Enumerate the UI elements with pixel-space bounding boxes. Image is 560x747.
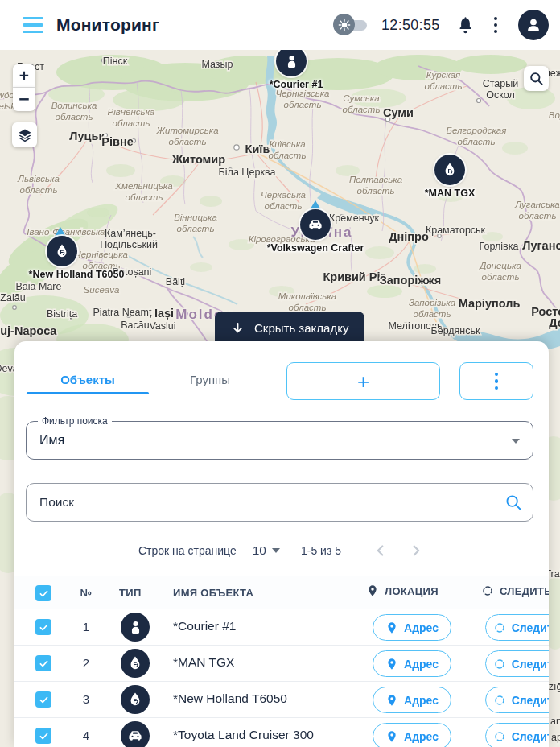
chevron-down-icon: [512, 439, 520, 444]
row-object-name: *Courier #1: [173, 619, 236, 634]
follow-button[interactable]: Следить: [485, 614, 549, 641]
svg-text:Кременчук: Кременчук: [329, 213, 379, 224]
svg-text:Рівненська: Рівненська: [108, 107, 155, 117]
svg-text:область: область: [425, 81, 463, 91]
svg-text:Сумська: Сумська: [343, 93, 379, 103]
pagination: Строк на странице 10 1-5 из 5: [14, 537, 549, 564]
panel-more-button[interactable]: [459, 362, 533, 400]
crosshair-icon: [493, 730, 506, 743]
svg-text:Zalău: Zalău: [0, 292, 25, 303]
svg-text:область: область: [519, 211, 557, 221]
search-icon[interactable]: [504, 493, 522, 511]
active-tab-underline: [27, 392, 149, 394]
row-number: 4: [74, 728, 98, 742]
svg-text:zığ: zığ: [549, 681, 560, 692]
follow-button[interactable]: Следить: [485, 650, 549, 677]
theme-toggle[interactable]: [333, 14, 369, 36]
svg-text:область: область: [56, 112, 93, 122]
location-pin-icon: [385, 694, 398, 707]
follow-button[interactable]: Следить: [485, 723, 549, 747]
chevron-down-icon: [272, 548, 280, 553]
row-object-name: *Toyota Land Cruiser 300: [173, 728, 314, 742]
address-button[interactable]: Адрес: [373, 723, 451, 747]
address-button[interactable]: Адрес: [373, 687, 451, 713]
menu-icon[interactable]: [23, 17, 43, 33]
svg-text:Белгородская: Белгородская: [447, 126, 507, 135]
map-marker[interactable]: [300, 209, 331, 240]
row-checkbox[interactable]: [35, 655, 51, 671]
map-marker[interactable]: F: [434, 155, 465, 185]
svg-text:Черкаська: Черкаська: [261, 190, 306, 200]
svg-text:Курская: Курская: [426, 70, 461, 80]
page-title: Мониторинг: [56, 15, 159, 35]
svg-text:Вор: Вор: [549, 110, 560, 120]
hide-bookmark-button[interactable]: Скрыть закладку: [215, 312, 364, 344]
svg-text:область: область: [126, 192, 163, 202]
svg-text:Baia Mare: Baia Mare: [16, 281, 62, 292]
svg-text:Piatra Neamț: Piatra Neamț: [93, 307, 152, 318]
column-location: ЛОКАЦИЯ: [366, 584, 439, 597]
search-input[interactable]: [27, 484, 533, 521]
map-marker-label: *Volkswagen Crafter: [267, 242, 364, 254]
row-checkbox[interactable]: [35, 691, 51, 708]
svg-text:Миколаївська: Миколаївська: [278, 291, 336, 301]
address-button[interactable]: Адрес: [373, 650, 451, 677]
notifications-bell-icon[interactable]: [456, 16, 475, 35]
table-row: 3F*New Holland T6050АдресСледить: [14, 682, 549, 718]
page-size-select[interactable]: 10: [253, 543, 280, 558]
row-checkbox[interactable]: [35, 619, 51, 635]
svg-text:область: область: [177, 224, 215, 233]
svg-text:Vaslui: Vaslui: [149, 320, 175, 332]
more-menu-icon[interactable]: [491, 14, 501, 37]
column-name: ИМЯ ОБЪЕКТА: [173, 587, 253, 599]
svg-text:область: область: [269, 151, 307, 160]
arrow-down-icon: [231, 321, 245, 335]
follow-button[interactable]: Следить: [485, 687, 549, 713]
map-search-button[interactable]: [524, 66, 549, 91]
add-object-button[interactable]: +: [286, 362, 440, 400]
car-icon: [121, 721, 150, 747]
map-marker-label: *Courier #1: [270, 79, 323, 90]
tab-groups[interactable]: Группы: [149, 364, 271, 394]
svg-text:Пінск: Пінск: [103, 56, 128, 67]
table-row: 2F*MAN TGXАдресСледить: [14, 646, 549, 682]
svg-text:Кам’янець-: Кам’янець-: [105, 228, 156, 239]
address-button[interactable]: Адрес: [373, 614, 451, 641]
column-type: ТИП: [119, 587, 142, 599]
row-checkbox[interactable]: [35, 728, 51, 744]
svg-text:Bacău: Bacău: [121, 320, 149, 331]
map-marker-label: *New Holland T6050: [29, 269, 125, 280]
svg-text:область: область: [482, 272, 520, 282]
svg-text:область: область: [458, 137, 496, 147]
row-number: 1: [74, 620, 98, 634]
map-zoom-in-button[interactable]: +: [13, 64, 35, 88]
objects-panel: Объекты Группы + Фильтр поиска Имя Строк…: [14, 341, 549, 747]
app-header: Мониторинг 12:50:55: [0, 0, 560, 50]
row-object-name: *MAN TGX: [173, 655, 234, 670]
search-filter-select[interactable]: Фильтр поиска Имя: [26, 421, 533, 460]
column-number: №: [74, 587, 98, 599]
map-marker[interactable]: F: [47, 236, 77, 266]
svg-text:область: область: [265, 201, 303, 211]
location-pin-icon: [366, 584, 379, 597]
svg-text:Suceava: Suceava: [84, 285, 120, 295]
svg-text:Львівська: Львівська: [17, 174, 60, 184]
crosshair-icon: [481, 584, 494, 597]
prev-page-button[interactable]: [372, 542, 389, 559]
map-layers-button[interactable]: [12, 122, 37, 147]
select-all-checkbox[interactable]: [35, 585, 51, 601]
map-zoom-out-button[interactable]: −: [13, 88, 35, 111]
user-avatar[interactable]: [518, 10, 549, 40]
svg-text:Запорізька: Запорізька: [409, 298, 455, 307]
location-pin-icon: [385, 621, 398, 634]
tab-objects[interactable]: Объекты: [27, 364, 149, 394]
svg-text:Горлівка: Горлівка: [480, 241, 519, 252]
svg-text:Запоріжжя: Запоріжжя: [380, 274, 442, 287]
svg-text:Дніпро: Дніпро: [389, 230, 429, 243]
svg-text:область: область: [414, 309, 451, 319]
svg-text:Київська: Київська: [269, 139, 305, 149]
person-icon: [121, 613, 150, 642]
svg-text:an: an: [550, 716, 560, 727]
next-page-button[interactable]: [407, 542, 425, 559]
svg-text:Cluj-Napoca: Cluj-Napoca: [0, 324, 57, 337]
